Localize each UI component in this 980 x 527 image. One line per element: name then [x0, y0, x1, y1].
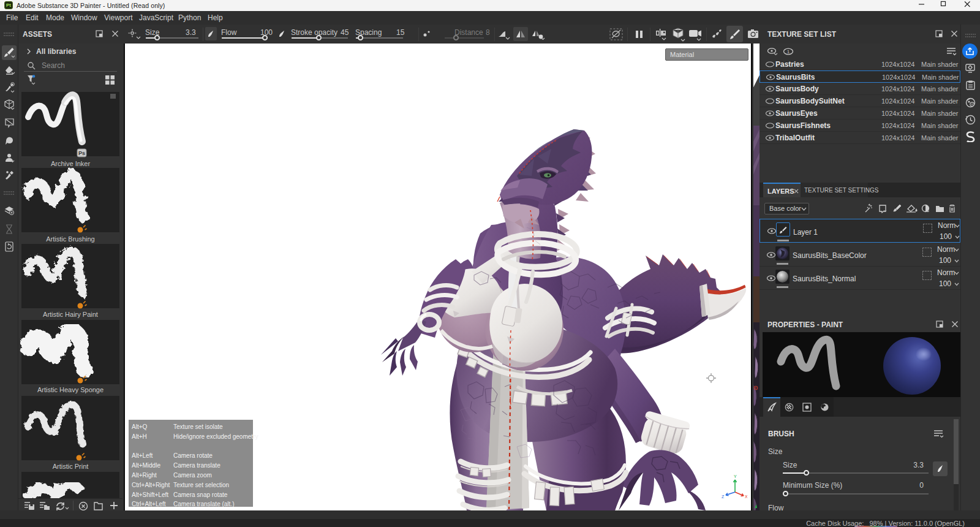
- svg-text:Ps: Ps: [78, 150, 85, 156]
- svg-text:X: X: [745, 495, 747, 499]
- svg-text:Y: Y: [734, 474, 737, 479]
- svg-text:1: 1: [787, 49, 790, 55]
- svg-text:Z: Z: [722, 495, 725, 499]
